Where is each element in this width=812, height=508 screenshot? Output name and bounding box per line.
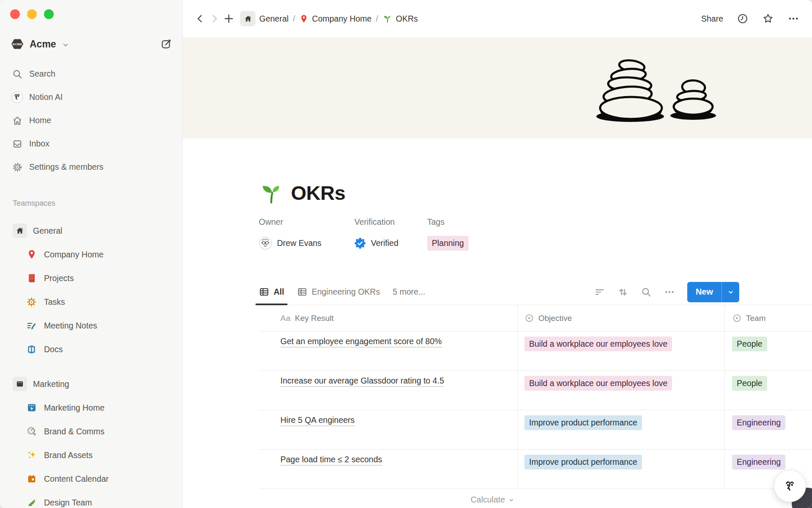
tags-value[interactable]: Planning xyxy=(427,235,469,251)
cell-key-result[interactable]: Hire 5 QA engineers xyxy=(259,410,517,449)
close-window-button[interactable] xyxy=(10,9,20,19)
sidebar-item-label: Notion AI xyxy=(29,92,63,102)
forward-button[interactable] xyxy=(207,11,222,26)
house-icon xyxy=(13,224,27,238)
sidebar-item-meeting-notes[interactable]: Meeting Notes xyxy=(0,314,182,337)
sidebar-item-content-calendar[interactable]: Content Calendar xyxy=(0,467,182,491)
more-views-button[interactable]: 5 more... xyxy=(392,287,425,297)
objective-tag[interactable]: Build a workplace our employees love xyxy=(524,376,672,391)
cell-objective[interactable]: Build a workplace our employees love xyxy=(517,331,724,370)
key-result-link[interactable]: Page load time ≤ 2 seconds xyxy=(280,455,382,466)
sparkles-icon xyxy=(25,449,38,461)
page-content: OKRs Owner Drew Evans Verification xyxy=(183,138,812,508)
calculate-button[interactable]: Calculate xyxy=(259,489,517,505)
clapperboard-blue-icon xyxy=(25,402,38,414)
column-header-key-result[interactable]: Aa Key Result xyxy=(259,305,517,331)
workspace-name: Acme xyxy=(30,39,56,50)
updates-clock-icon[interactable] xyxy=(737,13,749,25)
add-page-button[interactable] xyxy=(222,11,236,26)
sidebar-item-inbox[interactable]: Inbox xyxy=(0,132,182,155)
cell-objective[interactable]: Build a workplace our employees love xyxy=(517,371,724,410)
maximize-window-button[interactable] xyxy=(44,9,54,19)
owner-value[interactable]: Drew Evans xyxy=(259,235,354,251)
sort-icon[interactable] xyxy=(617,287,628,298)
sidebar-item-projects[interactable]: Projects xyxy=(0,266,182,290)
team-tag[interactable]: People xyxy=(732,337,767,351)
teamspace-general[interactable]: General xyxy=(0,219,182,243)
team-tag[interactable]: Engineering xyxy=(732,415,785,430)
new-page-icon[interactable] xyxy=(160,38,172,50)
minimize-window-button[interactable] xyxy=(27,9,37,19)
cell-key-result[interactable]: Page load time ≤ 2 seconds xyxy=(259,450,517,489)
column-header-objective[interactable]: Objective xyxy=(517,305,724,331)
select-property-icon xyxy=(524,313,534,323)
cell-key-result[interactable]: Get an employee engagement score of 80% xyxy=(259,331,517,370)
back-button[interactable] xyxy=(193,11,207,26)
new-button[interactable]: New xyxy=(687,282,721,302)
sidebar-item-design-team[interactable]: Design Team xyxy=(0,491,182,508)
clapperboard-icon xyxy=(13,377,27,391)
sidebar-item-settings[interactable]: Settings & members xyxy=(0,155,182,179)
sidebar-item-home[interactable]: Home xyxy=(0,109,182,132)
cell-key-result[interactable]: Increase our average Glassdoor rating to… xyxy=(259,371,517,410)
chevron-down-icon xyxy=(508,497,515,503)
sidebar-item-label: Design Team xyxy=(44,498,92,508)
verification-value[interactable]: Verified xyxy=(354,235,427,251)
page-cover[interactable] xyxy=(183,37,812,138)
cell-objective[interactable]: Improve product performance xyxy=(517,450,724,489)
column-label: Objective xyxy=(538,314,572,323)
tab-all[interactable]: All xyxy=(259,279,284,305)
sidebar-item-docs[interactable]: Docs xyxy=(0,337,182,361)
page-seedling-icon[interactable] xyxy=(259,182,283,205)
objective-tag[interactable]: Improve product performance xyxy=(524,415,642,430)
new-button-group: New xyxy=(687,282,739,302)
notion-window: ACME Acme Search Notion AI xyxy=(0,0,812,508)
sidebar-item-brand-assets[interactable]: Brand Assets xyxy=(0,443,182,467)
pin-icon xyxy=(299,14,308,23)
cell-team[interactable]: People xyxy=(724,371,812,410)
svg-text:ACME: ACME xyxy=(12,42,22,46)
team-tag[interactable]: People xyxy=(732,376,767,391)
key-result-link[interactable]: Increase our average Glassdoor rating to… xyxy=(280,376,444,387)
stacked-stones-illustration xyxy=(593,54,720,124)
share-button[interactable]: Share xyxy=(701,14,723,24)
breadcrumb-okrs[interactable]: OKRs xyxy=(382,14,418,24)
objective-tag[interactable]: Build a workplace our employees love xyxy=(524,337,672,351)
tab-engineering-okrs[interactable]: Engineering OKRs xyxy=(297,279,380,305)
breadcrumb-general[interactable]: General xyxy=(240,11,288,26)
sidebar-item-marketing-home[interactable]: Marketing Home xyxy=(0,396,182,420)
table-row: Get an employee engagement score of 80% … xyxy=(259,331,812,371)
breadcrumb-company-home[interactable]: Company Home xyxy=(299,14,372,24)
view-options-icon[interactable] xyxy=(664,287,675,298)
herb-icon xyxy=(25,497,38,508)
teamspace-marketing[interactable]: Marketing xyxy=(0,372,182,396)
cell-team[interactable]: Engineering xyxy=(724,410,812,449)
sidebar-item-search[interactable]: Search xyxy=(0,62,182,86)
sidebar-item-brand-comms[interactable]: Brand & Comms xyxy=(0,420,182,443)
cell-team[interactable]: People xyxy=(724,331,812,370)
favorite-star-icon[interactable] xyxy=(762,13,774,25)
search-icon[interactable] xyxy=(641,287,652,298)
breadcrumb-label: General xyxy=(259,14,288,24)
page-title[interactable]: OKRs xyxy=(291,181,346,205)
sidebar-item-notion-ai[interactable]: Notion AI xyxy=(0,86,182,109)
more-options-icon[interactable] xyxy=(787,13,799,25)
key-result-link[interactable]: Hire 5 QA engineers xyxy=(280,415,355,426)
filter-icon[interactable] xyxy=(594,287,605,298)
sidebar-item-company-home[interactable]: Company Home xyxy=(0,243,182,266)
notion-ai-floating-button[interactable] xyxy=(774,470,806,502)
red-book-icon xyxy=(25,272,38,284)
page-title-row: OKRs xyxy=(259,180,812,205)
team-tag[interactable]: Engineering xyxy=(732,455,785,469)
workspace-switcher[interactable]: ACME Acme xyxy=(10,34,172,54)
window-controls xyxy=(0,9,182,19)
property-label: Tags xyxy=(427,217,469,227)
verified-badge-icon xyxy=(354,237,366,249)
key-result-link[interactable]: Get an employee engagement score of 80% xyxy=(280,337,442,348)
tag-planning[interactable]: Planning xyxy=(427,236,469,251)
sidebar-item-tasks[interactable]: Tasks xyxy=(0,290,182,314)
objective-tag[interactable]: Improve product performance xyxy=(524,455,642,469)
column-header-team[interactable]: Team xyxy=(724,305,812,331)
cell-objective[interactable]: Improve product performance xyxy=(517,410,724,449)
new-button-chevron[interactable] xyxy=(721,282,739,302)
